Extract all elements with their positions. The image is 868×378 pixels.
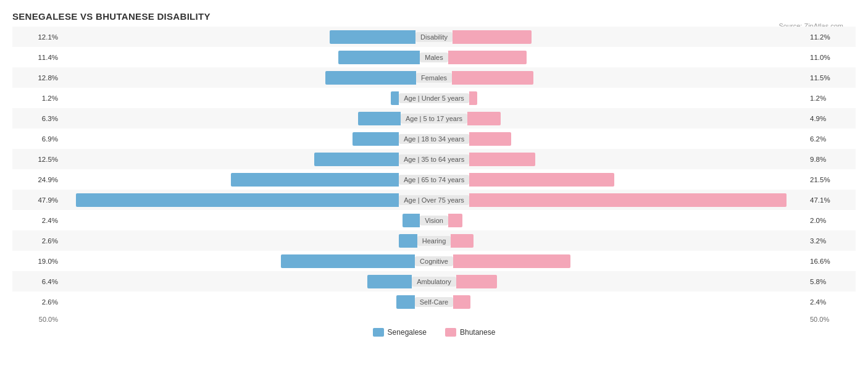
bar-pink	[452, 71, 533, 85]
right-value-label: 4.9%	[806, 115, 856, 122]
center-label-container: Age | 18 to 34 years	[399, 134, 469, 144]
legend-bhutanese: Bhutanese	[445, 328, 495, 337]
legend-senegalese: Senegalese	[373, 328, 427, 337]
bar-pink	[469, 153, 535, 166]
center-label-container: Females	[416, 73, 452, 83]
center-label-container: Males	[420, 52, 448, 62]
right-bar-container	[448, 51, 806, 64]
right-bar-container	[469, 132, 806, 146]
legend-swatch-pink	[445, 328, 456, 337]
right-value-label: 47.1%	[806, 196, 856, 204]
left-value-label: 1.2%	[12, 94, 62, 102]
right-bar-container	[452, 71, 806, 85]
bar-pink	[469, 193, 787, 207]
bar-blue	[325, 71, 416, 85]
center-label-container: Hearing	[417, 236, 451, 246]
bars-area: 12.1% Disability 11.2% 11.4%	[12, 27, 856, 312]
bar-pink	[453, 254, 570, 268]
bar-pink	[469, 91, 477, 105]
left-value-label: 47.9%	[12, 196, 62, 204]
bar-blue	[367, 275, 412, 288]
right-value-label: 16.6%	[806, 258, 856, 265]
bar-blue	[231, 173, 399, 187]
row-label: Age | Under 5 years	[399, 93, 469, 103]
right-value-label: 6.2%	[806, 135, 856, 143]
left-bar-container	[62, 30, 415, 44]
legend-bhutanese-label: Bhutanese	[460, 328, 495, 337]
bar-blue	[338, 51, 420, 64]
bar-blue	[330, 30, 415, 44]
right-bar-container	[469, 153, 806, 166]
row-label: Age | 18 to 34 years	[399, 134, 469, 144]
center-label-container: Age | Over 75 years	[399, 195, 469, 205]
right-bar-container	[469, 91, 806, 105]
row-label: Ambulatory	[412, 277, 456, 287]
bar-pink	[448, 51, 527, 64]
bar-blue	[396, 295, 415, 309]
bar-blue	[76, 193, 399, 207]
bar-blue	[314, 153, 398, 166]
left-value-label: 12.1%	[12, 33, 62, 41]
left-value-label: 6.4%	[12, 278, 62, 285]
bar-blue	[353, 132, 399, 146]
center-label-container: Self-Care	[415, 297, 453, 307]
table-row: 12.1% Disability 11.2%	[12, 27, 856, 47]
center-label-container: Age | 35 to 64 years	[399, 154, 469, 164]
left-value-label: 2.6%	[12, 298, 62, 306]
left-value-label: 12.5%	[12, 156, 62, 163]
axis-center	[62, 316, 806, 323]
row-label: Vision	[420, 216, 448, 225]
row-label: Disability	[415, 32, 453, 42]
center-label-container: Age | 65 to 74 years	[399, 175, 469, 185]
axis-right-label: 50.0%	[806, 316, 856, 323]
row-label: Age | Over 75 years	[399, 195, 469, 205]
center-label-container: Vision	[420, 216, 448, 225]
table-row: 24.9% Age | 65 to 74 years 21.5%	[12, 169, 856, 190]
row-label: Self-Care	[415, 297, 453, 307]
axis-left-label: 50.0%	[12, 316, 62, 323]
center-label-container: Cognitive	[415, 256, 453, 266]
axis-row: 50.0% 50.0%	[12, 316, 856, 323]
left-bar-container	[62, 153, 399, 166]
right-value-label: 11.5%	[806, 74, 856, 82]
table-row: 12.5% Age | 35 to 64 years 9.8%	[12, 149, 856, 169]
left-bar-container	[62, 193, 399, 207]
bar-blue	[281, 254, 415, 268]
bar-pink	[467, 112, 501, 125]
center-label-container: Age | Under 5 years	[399, 93, 469, 103]
legend: Senegalese Bhutanese	[12, 328, 856, 337]
left-value-label: 19.0%	[12, 258, 62, 265]
left-bar-container	[62, 51, 420, 64]
chart-title: SENEGALESE VS BHUTANESE DISABILITY	[12, 11, 856, 22]
left-bar-container	[62, 112, 401, 125]
right-value-label: 11.2%	[806, 33, 856, 41]
left-bar-container	[62, 132, 399, 146]
table-row: 6.9% Age | 18 to 34 years 6.2%	[12, 128, 856, 149]
left-value-label: 2.6%	[12, 237, 62, 245]
left-bar-container	[62, 214, 420, 227]
right-value-label: 9.8%	[806, 156, 856, 163]
right-value-label: 2.4%	[806, 298, 856, 306]
center-label-container: Disability	[415, 32, 453, 42]
left-bar-container	[62, 91, 399, 105]
bar-blue	[399, 234, 417, 248]
table-row: 2.6% Hearing 3.2%	[12, 230, 856, 251]
table-row: 2.6% Self-Care 2.4%	[12, 292, 856, 312]
right-bar-container	[467, 112, 806, 125]
bar-blue	[358, 112, 401, 125]
right-value-label: 11.0%	[806, 54, 856, 61]
row-label: Age | 5 to 17 years	[401, 114, 467, 124]
row-label: Males	[420, 52, 448, 62]
right-bar-container	[453, 30, 806, 44]
table-row: 2.4% Vision 2.0%	[12, 210, 856, 230]
right-bar-container	[453, 295, 806, 309]
legend-senegalese-label: Senegalese	[388, 328, 427, 337]
table-row: 6.3% Age | 5 to 17 years 4.9%	[12, 108, 856, 128]
left-value-label: 12.8%	[12, 74, 62, 82]
bar-pink	[448, 214, 462, 227]
left-value-label: 11.4%	[12, 54, 62, 61]
right-bar-container	[456, 275, 806, 288]
left-value-label: 6.9%	[12, 135, 62, 143]
bar-blue	[403, 214, 420, 227]
row-label: Age | 35 to 64 years	[399, 154, 469, 164]
